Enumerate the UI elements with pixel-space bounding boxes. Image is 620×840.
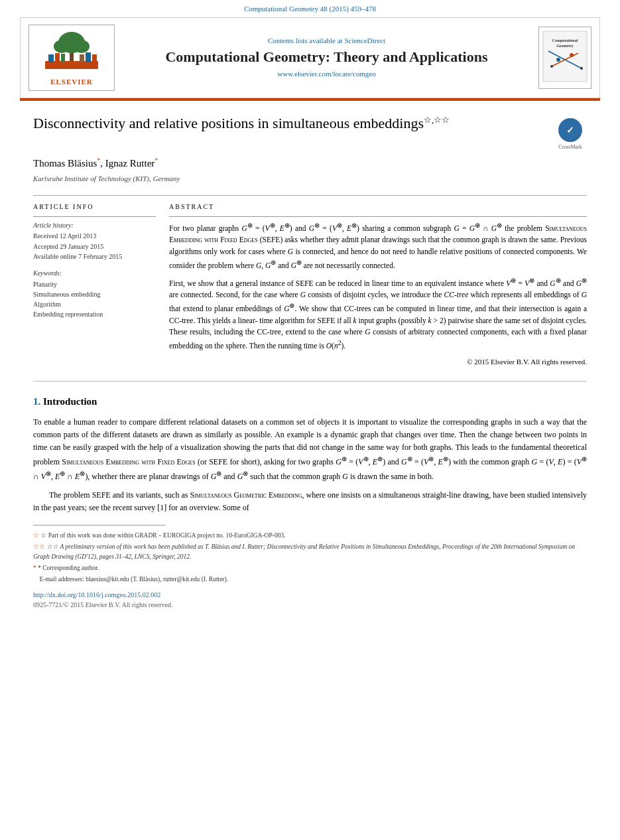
section-title-text: Introduction bbox=[43, 396, 97, 407]
journal-logo-right: Computational Geometry bbox=[538, 27, 591, 89]
svg-point-17 bbox=[570, 53, 574, 57]
keywords-section: Keywords: Planarity Simultaneous embeddi… bbox=[33, 269, 156, 320]
doi-link[interactable]: http://dx.doi.org/10.1016/j.comgeo.2015.… bbox=[33, 591, 587, 600]
keywords-list: Planarity Simultaneous embedding Algorit… bbox=[33, 279, 156, 319]
journal-title: Computational Geometry: Theory and Appli… bbox=[121, 48, 532, 66]
svg-rect-7 bbox=[61, 54, 65, 62]
keyword-algorithm: Algorithm bbox=[33, 299, 156, 309]
article-columns: ARTICLE INFO Article history: Received 1… bbox=[33, 202, 587, 368]
article-history-section: Article history: Received 12 April 2013 … bbox=[33, 221, 156, 262]
keywords-label: Keywords: bbox=[33, 269, 156, 279]
abstract-divider bbox=[169, 216, 587, 217]
affiliation-line: Karlsruhe Institute of Technology (KIT),… bbox=[33, 174, 587, 184]
section-divider-1 bbox=[33, 381, 587, 382]
journal-thumb-box: Computational Geometry bbox=[538, 27, 591, 89]
svg-rect-10 bbox=[92, 54, 97, 62]
accepted-date: Accepted 29 January 2015 bbox=[33, 242, 156, 252]
copyright-text: © 2015 Elsevier B.V. All rights reserved… bbox=[169, 356, 587, 368]
journal-center: Contents lists available at ScienceDirec… bbox=[115, 36, 538, 79]
introduction-heading: 1. Introduction bbox=[33, 395, 587, 409]
abstract-paragraph-1: For two planar graphs G⊕ = (V⊕, E⊕) and … bbox=[169, 221, 587, 272]
svg-text:Computational: Computational bbox=[552, 38, 578, 42]
footnote-corresponding: * * Corresponding author. bbox=[33, 563, 587, 573]
footnote-2: ☆☆ ☆☆ A preliminary version of this work… bbox=[33, 542, 587, 561]
svg-point-19 bbox=[580, 67, 583, 70]
sciencedirect-link[interactable]: Contents lists available at ScienceDirec… bbox=[121, 36, 532, 46]
svg-point-18 bbox=[550, 65, 553, 68]
info-divider bbox=[33, 216, 156, 217]
article-info-column: ARTICLE INFO Article history: Received 1… bbox=[33, 202, 156, 368]
sciencedirect-text: ScienceDirect bbox=[344, 36, 385, 44]
keyword-planarity: Planarity bbox=[33, 279, 156, 289]
main-content: Disconnectivity and relative positions i… bbox=[0, 101, 620, 623]
abstract-heading: ABSTRACT bbox=[169, 202, 587, 212]
journal-citation-text: Computational Geometry 48 (2015) 459–478 bbox=[244, 5, 376, 13]
received-date: Received 12 April 2013 bbox=[33, 232, 156, 242]
svg-text:✓: ✓ bbox=[566, 125, 574, 135]
svg-point-16 bbox=[556, 58, 560, 62]
svg-rect-6 bbox=[55, 53, 60, 62]
svg-point-4 bbox=[74, 40, 90, 53]
svg-point-3 bbox=[54, 40, 70, 53]
journal-header: ELSEVIER Contents lists available at Sci… bbox=[20, 17, 600, 98]
abstract-column: ABSTRACT For two planar graphs G⊕ = (V⊕,… bbox=[169, 202, 587, 368]
available-online-date: Available online 7 February 2015 bbox=[33, 252, 156, 262]
introduction-body: To enable a human reader to compare diff… bbox=[33, 416, 587, 514]
keyword-simultaneous-embedding: Simultaneous embedding bbox=[33, 289, 156, 299]
crossmark-icon: ✓ bbox=[558, 118, 582, 142]
elsevier-box: ELSEVIER bbox=[29, 25, 115, 91]
journal-url: www.elsevier.com/locate/comgeo bbox=[121, 69, 532, 80]
keyword-embedding-representation: Embedding representation bbox=[33, 309, 156, 319]
footnotes-section: ☆ ☆ Part of this work was done within GR… bbox=[33, 531, 587, 584]
svg-rect-5 bbox=[48, 54, 54, 62]
issn-bar: 0925-7721/© 2015 Elsevier B.V. All right… bbox=[33, 600, 587, 610]
footnote-divider bbox=[33, 525, 166, 525]
svg-rect-9 bbox=[86, 52, 91, 62]
paper-title: Disconnectivity and relative positions i… bbox=[33, 114, 554, 133]
intro-paragraph-1: To enable a human reader to compare diff… bbox=[33, 416, 587, 484]
abstract-text: For two planar graphs G⊕ = (V⊕, E⊕) and … bbox=[169, 221, 587, 368]
footnote-1: ☆ ☆ Part of this work was done within GR… bbox=[33, 531, 587, 540]
crossmark-label: CrossMark bbox=[554, 143, 587, 151]
elsevier-logo-left: ELSEVIER bbox=[29, 25, 115, 91]
journal-citation-bar: Computational Geometry 48 (2015) 459–478 bbox=[0, 0, 620, 17]
paper-title-section: Disconnectivity and relative positions i… bbox=[33, 114, 587, 151]
footnote-email: E-mail addresses: blaesius@kit.edu (T. B… bbox=[33, 575, 587, 584]
article-info-heading: ARTICLE INFO bbox=[33, 202, 156, 212]
elsevier-wordmark: ELSEVIER bbox=[33, 77, 110, 88]
divider-after-affiliation bbox=[33, 195, 587, 196]
history-label: Article history: bbox=[33, 221, 156, 231]
journal-thumbnail-icon: Computational Geometry bbox=[542, 30, 588, 83]
abstract-paragraph-2: First, we show that a general instance o… bbox=[169, 276, 587, 352]
elsevier-tree-icon bbox=[42, 28, 101, 74]
intro-paragraph-2: The problem SEFE and its variants, such … bbox=[33, 489, 587, 514]
authors-line: Thomas Bläsius*, Ignaz Rutter* bbox=[33, 156, 587, 171]
crossmark-badge-container: ✓ CrossMark bbox=[554, 118, 587, 151]
section-number: 1. bbox=[33, 396, 40, 407]
svg-rect-8 bbox=[80, 54, 84, 62]
svg-text:Geometry: Geometry bbox=[556, 44, 574, 48]
